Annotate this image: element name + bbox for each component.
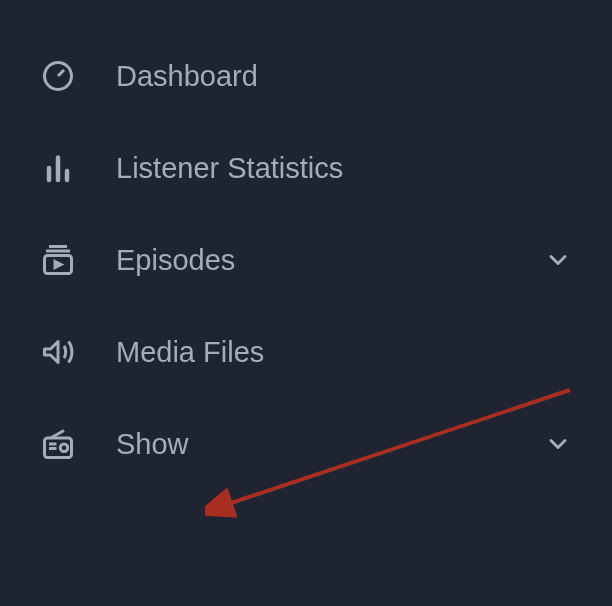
sidebar-item-label: Dashboard <box>116 60 572 93</box>
sidebar-nav: Dashboard Listener Statistics Episodes <box>0 0 612 520</box>
sidebar-item-show[interactable]: Show <box>0 398 612 490</box>
sidebar-item-episodes[interactable]: Episodes <box>0 214 612 306</box>
sidebar-item-label: Listener Statistics <box>116 152 572 185</box>
sidebar-item-label: Media Files <box>116 336 572 369</box>
sound-icon <box>40 334 76 370</box>
radio-icon <box>40 426 76 462</box>
sidebar-item-label: Episodes <box>116 244 544 277</box>
episodes-icon <box>40 242 76 278</box>
stats-icon <box>40 150 76 186</box>
svg-point-9 <box>60 444 68 452</box>
sidebar-item-dashboard[interactable]: Dashboard <box>0 30 612 122</box>
dashboard-icon <box>40 58 76 94</box>
sidebar-item-label: Show <box>116 428 544 461</box>
chevron-down-icon <box>544 430 572 458</box>
sidebar-item-listener-statistics[interactable]: Listener Statistics <box>0 122 612 214</box>
sidebar-item-media-files[interactable]: Media Files <box>0 306 612 398</box>
chevron-down-icon <box>544 246 572 274</box>
